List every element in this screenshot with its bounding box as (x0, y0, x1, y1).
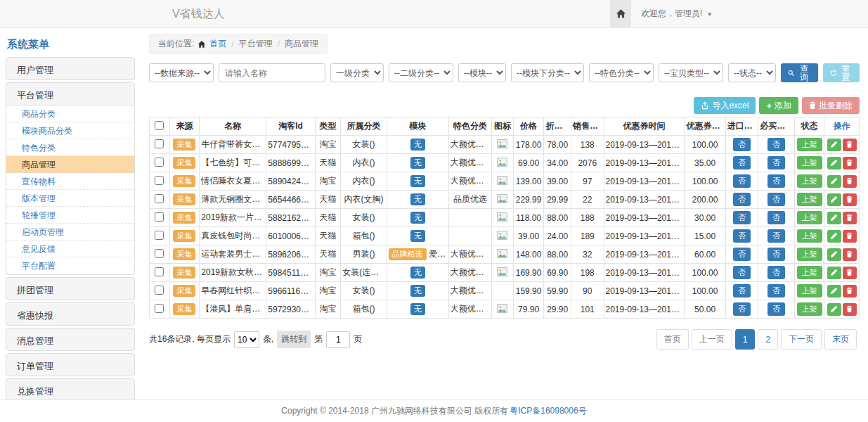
filter-select-2[interactable]: --模块-- (458, 63, 506, 82)
delete-button[interactable] (843, 212, 857, 224)
source-select[interactable]: --数据来源-- (149, 63, 214, 82)
row-checkbox[interactable] (155, 304, 164, 313)
status-button[interactable]: 上架 (797, 138, 822, 151)
sidebar-item[interactable]: 省惠快报 (6, 302, 135, 326)
sidebar-subitem[interactable]: 模块商品分类 (6, 122, 134, 139)
status-button[interactable]: 上架 (797, 211, 822, 224)
page-button-2[interactable]: 2 (758, 329, 778, 350)
filter-select-5[interactable]: --宝贝类型-- (659, 63, 723, 82)
imported-toggle-button[interactable]: 否 (733, 174, 751, 188)
imported-toggle-button[interactable]: 否 (733, 284, 751, 298)
row-checkbox[interactable] (155, 286, 164, 295)
must-buy-toggle-button[interactable]: 否 (767, 193, 785, 206)
row-checkbox[interactable] (155, 267, 164, 276)
batch-delete-button[interactable]: 批量删除 (802, 97, 860, 114)
must-buy-toggle-button[interactable]: 否 (767, 248, 785, 261)
edit-button[interactable] (827, 285, 841, 298)
filter-select-4[interactable]: --特色分类-- (589, 63, 654, 82)
status-button[interactable]: 上架 (797, 193, 822, 206)
jump-to-button[interactable]: 跳转到 (277, 331, 311, 348)
row-checkbox[interactable] (155, 212, 164, 222)
status-button[interactable]: 上架 (797, 248, 822, 261)
status-button[interactable]: 上架 (797, 302, 822, 316)
filter-select-6[interactable]: --状态-- (728, 63, 776, 82)
imported-toggle-button[interactable]: 否 (733, 248, 751, 261)
page-button-末页[interactable]: 末页 (824, 329, 857, 350)
sidebar-subitem[interactable]: 商品管理 (6, 156, 134, 173)
page-button-1[interactable]: 1 (735, 329, 756, 350)
select-all-checkbox[interactable] (155, 121, 164, 130)
must-buy-toggle-button[interactable]: 否 (767, 229, 785, 243)
edit-button[interactable] (827, 175, 841, 188)
must-buy-toggle-button[interactable]: 否 (767, 156, 785, 170)
sidebar-item[interactable]: 消息管理 (6, 328, 135, 351)
delete-button[interactable] (843, 193, 857, 206)
user-menu[interactable]: 欢迎您，管理员! ▼ (641, 8, 713, 20)
imported-toggle-button[interactable]: 否 (733, 156, 751, 170)
edit-button[interactable] (827, 303, 841, 316)
row-checkbox[interactable] (155, 158, 164, 167)
sidebar-subitem[interactable]: 轮播管理 (6, 207, 134, 224)
delete-button[interactable] (843, 230, 857, 243)
delete-button[interactable] (843, 285, 857, 298)
home-button[interactable] (610, 0, 631, 27)
sidebar-item-user-mgmt[interactable]: 用户管理 (6, 57, 135, 80)
row-checkbox[interactable] (155, 249, 164, 258)
must-buy-toggle-button[interactable]: 否 (767, 211, 785, 224)
sidebar-subitem[interactable]: 平台配置 (6, 257, 134, 274)
imported-toggle-button[interactable]: 否 (733, 229, 751, 243)
import-excel-button[interactable]: 导入excel (694, 97, 756, 114)
delete-button[interactable] (843, 139, 857, 151)
per-page-select[interactable]: 10 (234, 331, 259, 348)
edit-button[interactable] (827, 157, 841, 170)
delete-button[interactable] (843, 157, 857, 170)
sidebar-item[interactable]: 兑换管理 (6, 378, 135, 399)
sidebar-subitem[interactable]: 启动页管理 (6, 224, 134, 241)
edit-button[interactable] (827, 230, 841, 243)
sidebar-subitem[interactable]: 宣传物料 (6, 173, 134, 190)
sidebar-subitem[interactable]: 商品分类 (6, 106, 134, 122)
page-button-上一页[interactable]: 上一页 (692, 329, 732, 350)
must-buy-toggle-button[interactable]: 否 (767, 302, 785, 316)
page-button-下一页[interactable]: 下一页 (781, 329, 822, 350)
sidebar-subitem[interactable]: 特色分类 (6, 139, 134, 156)
filter-select-3[interactable]: --模块下分类-- (511, 63, 584, 82)
delete-button[interactable] (843, 303, 857, 316)
page-button-首页[interactable]: 首页 (656, 329, 689, 350)
must-buy-toggle-button[interactable]: 否 (767, 266, 785, 279)
imported-toggle-button[interactable]: 否 (733, 138, 751, 151)
sidebar-subitem[interactable]: 意见反馈 (6, 241, 134, 257)
sidebar-item[interactable]: 拼团管理 (6, 277, 135, 300)
sidebar-item-platform-mgmt[interactable]: 平台管理 (6, 82, 135, 106)
name-input[interactable] (219, 63, 325, 82)
must-buy-toggle-button[interactable]: 否 (767, 138, 785, 151)
imported-toggle-button[interactable]: 否 (733, 211, 751, 224)
edit-button[interactable] (827, 139, 841, 151)
must-buy-toggle-button[interactable]: 否 (767, 174, 785, 188)
add-button[interactable]: + 添加 (759, 97, 798, 114)
status-button[interactable]: 上架 (797, 284, 822, 298)
edit-button[interactable] (827, 193, 841, 206)
filter-select-1[interactable]: --二级分类-- (389, 63, 453, 82)
status-button[interactable]: 上架 (797, 174, 822, 188)
breadcrumb-home-link[interactable]: 首页 (209, 38, 226, 50)
status-button[interactable]: 上架 (797, 229, 822, 243)
delete-button[interactable] (843, 248, 857, 261)
status-button[interactable]: 上架 (797, 266, 822, 279)
imported-toggle-button[interactable]: 否 (733, 302, 751, 316)
page-number-input[interactable] (326, 331, 350, 348)
delete-button[interactable] (843, 175, 857, 188)
edit-button[interactable] (827, 267, 841, 279)
status-button[interactable]: 上架 (797, 156, 822, 170)
search-button[interactable]: 查询 (781, 63, 818, 82)
imported-toggle-button[interactable]: 否 (733, 266, 751, 279)
must-buy-toggle-button[interactable]: 否 (767, 284, 785, 298)
reset-button[interactable]: 重置 (823, 63, 860, 82)
icp-link[interactable]: 粤ICP备16098006号 (510, 405, 586, 417)
row-checkbox[interactable] (155, 231, 164, 240)
edit-button[interactable] (827, 248, 841, 261)
row-checkbox[interactable] (155, 139, 164, 148)
edit-button[interactable] (827, 212, 841, 224)
row-checkbox[interactable] (155, 194, 164, 203)
row-checkbox[interactable] (155, 176, 164, 185)
